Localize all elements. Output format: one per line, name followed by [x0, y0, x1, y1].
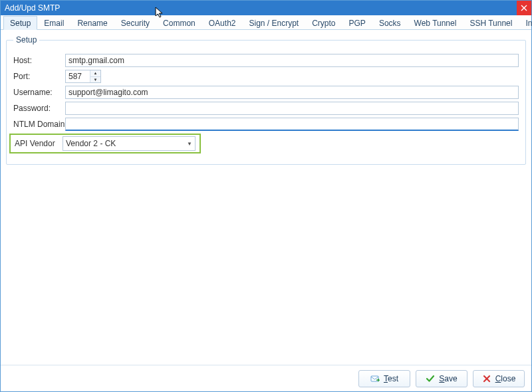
tab-oauth2[interactable]: OAuth2: [202, 16, 243, 29]
content-area: Setup Host: Port: ▲ ▼ Username:: [1, 30, 531, 365]
tab-crypto[interactable]: Crypto: [305, 16, 342, 29]
tab-setup[interactable]: Setup: [3, 16, 37, 30]
row-password: Password:: [13, 102, 519, 115]
api-vendor-value: Vendor 2 - CK: [66, 139, 187, 148]
row-username: Username:: [13, 86, 519, 99]
api-vendor-label: API Vendor: [11, 139, 63, 148]
port-spinner[interactable]: ▲ ▼: [65, 70, 101, 83]
close-button-label: Close: [495, 374, 516, 383]
save-button-label: Save: [439, 374, 457, 383]
password-label: Password:: [13, 104, 65, 113]
password-input[interactable]: [65, 102, 519, 115]
window-title: Add/Upd SMTP: [5, 3, 60, 13]
window: Add/Upd SMTP Setup Email Rename Security…: [0, 0, 532, 392]
cancel-icon: [482, 374, 491, 383]
tab-security[interactable]: Security: [114, 16, 156, 29]
ntlm-domain-label: NTLM Domain: [13, 120, 65, 129]
tab-pgp[interactable]: PGP: [342, 16, 372, 29]
host-input[interactable]: [65, 54, 519, 67]
username-input[interactable]: [65, 86, 519, 99]
row-ntlm-domain: NTLM Domain: [13, 118, 519, 131]
close-window-button[interactable]: [517, 1, 531, 15]
api-vendor-dropdown[interactable]: Vendor 2 - CK ▼: [63, 136, 196, 151]
chevron-down-icon: ▼: [187, 141, 192, 147]
tab-socks[interactable]: Socks: [372, 16, 408, 29]
row-port: Port: ▲ ▼: [13, 70, 519, 83]
port-spin-down[interactable]: ▼: [90, 77, 100, 83]
tab-info[interactable]: Info: [519, 16, 532, 29]
mail-send-icon: [370, 374, 380, 383]
tab-common[interactable]: Common: [156, 16, 202, 29]
row-api-vendor: API Vendor Vendor 2 - CK ▼: [13, 134, 519, 153]
check-icon: [426, 374, 435, 383]
port-input[interactable]: [66, 70, 90, 82]
username-label: Username:: [13, 88, 65, 97]
footer: Test Save Close: [1, 365, 531, 391]
test-button-label: Test: [384, 374, 398, 383]
setup-group: Setup Host: Port: ▲ ▼ Username:: [6, 35, 526, 165]
host-label: Host:: [13, 56, 65, 65]
close-icon: [521, 5, 527, 11]
close-button[interactable]: Close: [473, 370, 525, 387]
tab-strip: Setup Email Rename Security Common OAuth…: [1, 15, 531, 30]
tab-ssh-tunnel[interactable]: SSH Tunnel: [463, 16, 519, 29]
titlebar: Add/Upd SMTP: [1, 1, 531, 15]
save-button[interactable]: Save: [416, 370, 467, 387]
row-host: Host:: [13, 54, 519, 67]
test-button[interactable]: Test: [358, 370, 410, 387]
tab-web-tunnel[interactable]: Web Tunnel: [408, 16, 464, 29]
port-label: Port:: [13, 72, 65, 81]
tab-sign-encrypt[interactable]: Sign / Encrypt: [242, 16, 305, 29]
tab-rename[interactable]: Rename: [70, 16, 114, 29]
tab-email[interactable]: Email: [37, 16, 70, 29]
svg-rect-2: [371, 376, 378, 381]
setup-group-legend: Setup: [13, 35, 39, 45]
ntlm-domain-input[interactable]: [65, 118, 519, 131]
port-spin-buttons: ▲ ▼: [90, 70, 100, 82]
api-vendor-highlight: API Vendor Vendor 2 - CK ▼: [9, 134, 201, 153]
port-spin-up[interactable]: ▲: [90, 70, 100, 77]
